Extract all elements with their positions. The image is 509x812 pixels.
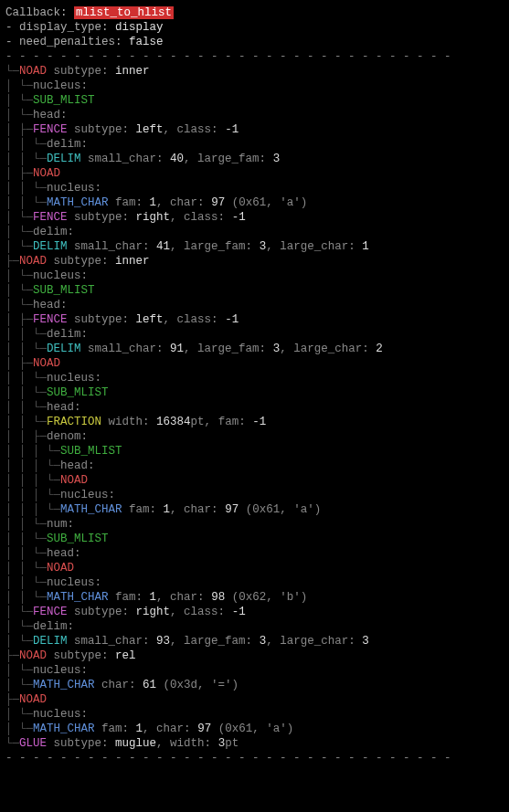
- noad-2-fraction-denom-mc: │ │ │ └─MATH_CHAR fam: 1, char: 97 (0x61…: [5, 502, 504, 517]
- glue: └─GLUE subtype: muglue, width: 3pt: [5, 736, 504, 751]
- noad-2-fence-right: │ └─FENCE subtype: right, class: -1: [5, 605, 504, 619]
- noad-2-fence-left-delim-v: │ │ └─DELIM small_char: 91, large_fam: 3…: [5, 342, 504, 356]
- noad-2-fraction-denom-noad: │ │ │ └─NOAD: [5, 473, 504, 488]
- noad-2-fraction-num-head: │ │ └─head:: [5, 546, 504, 561]
- noad-1: └─NOAD subtype: inner: [5, 64, 504, 79]
- noad-2: ├─NOAD subtype: inner: [5, 254, 504, 269]
- noad-2-fraction-num-sub: │ │ └─SUB_MLIST: [5, 532, 504, 546]
- noad-2-inner-sub-mlist: │ │ └─SUB_MLIST: [5, 385, 504, 400]
- noad-1-nucleus: │ └─nucleus:: [5, 79, 504, 93]
- noad-1-fence-right: │ └─FENCE subtype: right, class: -1: [5, 210, 504, 225]
- noad-3-mathchar: │ └─MATH_CHAR char: 61 (0x3d, '='): [5, 678, 504, 692]
- noad-4: ├─NOAD: [5, 692, 504, 707]
- noad-2-sub-mlist: │ └─SUB_MLIST: [5, 283, 504, 298]
- noad-1-inner-mathchar: │ │ └─MATH_CHAR fam: 1, char: 97 (0x61, …: [5, 195, 504, 210]
- noad-2-fraction-num-mc: │ │ └─MATH_CHAR fam: 1, char: 98 (0x62, …: [5, 590, 504, 605]
- rule-bottom: - - - - - - - - - - - - - - - - - - - - …: [5, 751, 504, 765]
- callback-name: mlist_to_hlist: [74, 6, 174, 19]
- noad-1-sub-mlist: │ └─SUB_MLIST: [5, 93, 504, 108]
- noad-3-nucleus: │ └─nucleus:: [5, 663, 504, 678]
- noad-1-fence-right-delim-v: │ └─DELIM small_char: 41, large_fam: 3, …: [5, 239, 504, 254]
- noad-3: ├─NOAD subtype: rel: [5, 649, 504, 663]
- noad-2-fraction-denom: │ │ ├─denom:: [5, 429, 504, 444]
- noad-2-fence-left-delim: │ │ └─delim:: [5, 327, 504, 342]
- noad-2-fraction-denom-nuc: │ │ │ └─nucleus:: [5, 488, 504, 502]
- noad-2-nucleus: │ └─nucleus:: [5, 269, 504, 283]
- noad-2-fraction-num-nuc: │ │ └─nucleus:: [5, 575, 504, 590]
- noad-1-head: │ └─head:: [5, 108, 504, 122]
- noad-2-head: │ └─head:: [5, 298, 504, 312]
- noad-2-fraction-num: │ │ └─num:: [5, 517, 504, 532]
- rule-top: - - - - - - - - - - - - - - - - - - - - …: [5, 49, 504, 64]
- noad-1-fence-left-delim-v: │ │ └─DELIM small_char: 40, large_fam: 3: [5, 152, 504, 166]
- noad-2-fraction-denom-head: │ │ │ └─head:: [5, 459, 504, 473]
- noad-2-fence-right-delim-v: │ └─DELIM small_char: 93, large_fam: 3, …: [5, 634, 504, 649]
- noad-4-mathchar: │ └─MATH_CHAR fam: 1, char: 97 (0x61, 'a…: [5, 722, 504, 736]
- noad-2-fraction-num-noad: │ │ └─NOAD: [5, 561, 504, 575]
- noad-2-inner-head: │ │ └─head:: [5, 400, 504, 415]
- noad-4-nucleus: │ └─nucleus:: [5, 707, 504, 722]
- noad-2-fraction: │ │ └─FRACTION width: 16384pt, fam: -1: [5, 415, 504, 429]
- noad-1-fence-right-delim: │ └─delim:: [5, 225, 504, 239]
- noad-1-inner-nucleus: │ │ └─nucleus:: [5, 181, 504, 195]
- noad-2-inner-nucleus: │ │ └─nucleus:: [5, 371, 504, 385]
- noad-2-fence-left: │ ├─FENCE subtype: left, class: -1: [5, 312, 504, 327]
- noad-2-fence-right-delim: │ └─delim:: [5, 619, 504, 634]
- header-display-type: - display_type: display: [5, 20, 504, 35]
- header-callback: Callback: mlist_to_hlist: [5, 5, 504, 20]
- noad-1-fence-left: │ ├─FENCE subtype: left, class: -1: [5, 122, 504, 137]
- noad-2-inner: │ ├─NOAD: [5, 356, 504, 371]
- noad-2-fraction-denom-sub: │ │ │ └─SUB_MLIST: [5, 444, 504, 459]
- header-need-penalties: - need_penalties: false: [5, 35, 504, 49]
- noad-1-fence-left-delim: │ │ └─delim:: [5, 137, 504, 152]
- noad-1-inner: │ ├─NOAD: [5, 166, 504, 181]
